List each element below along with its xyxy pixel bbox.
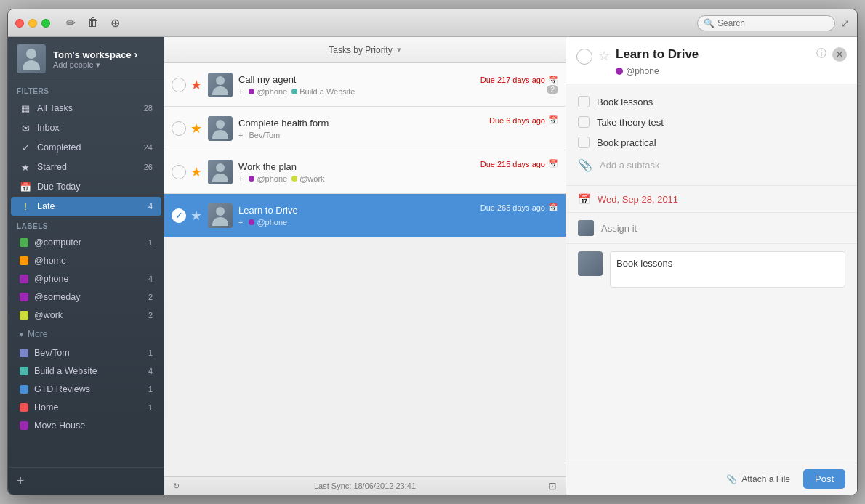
sidebar-item-phone[interactable]: @phone 4	[11, 270, 161, 288]
detail-title: Learn to Drive	[616, 47, 813, 62]
task-title: Work the plan	[238, 161, 480, 172]
sidebar-item-completed[interactable]: ✓ Completed 24	[11, 138, 161, 157]
subtask-label: Take theory test	[597, 117, 664, 128]
assign-avatar[interactable]	[578, 220, 594, 236]
sidebar-projects: Bev/Tom 1 Build a Website 4 GTD Reviews …	[8, 344, 164, 435]
sidebar-item-count: 1	[141, 238, 153, 247]
new-task-icon[interactable]: ✏	[66, 16, 76, 30]
task-checkbox[interactable]	[172, 208, 186, 223]
task-star[interactable]: ★	[190, 164, 202, 180]
sync-status: Last Sync: 18/06/2012 23:41	[314, 481, 416, 490]
maximize-button[interactable]	[41, 19, 50, 28]
minimize-button[interactable]	[28, 19, 37, 28]
chevron-down-icon: ▾	[20, 330, 23, 338]
task-checkbox[interactable]	[172, 121, 186, 136]
home-project-dot	[20, 403, 28, 412]
add-button[interactable]: +	[17, 473, 25, 488]
build-website-dot	[20, 367, 28, 375]
task-content: Learn to Drive + @phone	[238, 205, 480, 227]
workspace-name[interactable]: Tom's workspace	[53, 49, 156, 60]
task-title: Call my agent	[238, 74, 480, 85]
refresh-icon[interactable]: ↻	[173, 481, 180, 491]
comment-area: Book lessons	[566, 244, 857, 295]
sidebar-item-all-tasks[interactable]: ▦ All Tasks 28	[11, 99, 161, 118]
sidebar-item-due-today[interactable]: 📅 Due Today	[11, 177, 161, 196]
info-icon[interactable]: ⓘ	[816, 47, 826, 60]
calendar-icon[interactable]: 📅	[578, 193, 590, 205]
task-badge: 2	[547, 85, 558, 94]
sidebar-item-home-project[interactable]: Home 1	[11, 399, 161, 416]
expand-icon[interactable]: ⤢	[841, 17, 850, 29]
task-checkbox[interactable]	[172, 78, 186, 92]
comment-input[interactable]: Book lessons	[610, 251, 845, 288]
subtask-checkbox[interactable]	[578, 116, 590, 128]
task-row[interactable]: ★ Learn to Drive + @phone	[164, 194, 566, 237]
detail-tag-dot	[616, 68, 623, 75]
detail-star[interactable]: ☆	[598, 48, 610, 64]
task-content: Call my agent + @phone Build a Website	[238, 74, 480, 96]
task-star[interactable]: ★	[190, 208, 202, 224]
tag-dot	[249, 176, 254, 182]
sidebar-item-count: 26	[141, 163, 153, 171]
delete-icon[interactable]: 🗑	[87, 16, 99, 30]
task-title: Complete health form	[238, 118, 489, 129]
task-meta: + Bev/Tom	[238, 131, 489, 139]
sidebar-item-someday[interactable]: @someday 2	[11, 288, 161, 306]
middle-header: Tasks by Priority ▾	[164, 37, 566, 63]
sidebar-item-count: 24	[141, 143, 153, 152]
sidebar-item-label: Inbox	[37, 123, 141, 133]
task-content: Work the plan + @phone @work	[238, 161, 480, 183]
middle-header-title: Tasks by Priority	[329, 45, 392, 55]
tag-dot	[291, 89, 297, 94]
task-row[interactable]: ★ Work the plan + @phone	[164, 150, 566, 194]
subtask-checkbox[interactable]	[578, 96, 590, 107]
task-due: Due 217 days ago 📅	[480, 76, 558, 85]
layout-toggle-icon[interactable]: ⊡	[548, 480, 557, 492]
sidebar-item-move-house[interactable]: Move House	[11, 417, 161, 434]
sidebar-item-count: 1	[141, 349, 153, 357]
sidebar-item-work[interactable]: @work 2	[11, 306, 161, 324]
task-star[interactable]: ★	[190, 77, 202, 93]
more-toggle[interactable]: ▾ More	[11, 325, 161, 343]
sidebar-item-build-website[interactable]: Build a Website 4	[11, 362, 161, 380]
task-checkbox[interactable]	[172, 165, 186, 179]
add-subtask[interactable]: 📎 Add a subtask	[578, 153, 845, 178]
bev-tom-dot	[20, 349, 28, 357]
detail-footer: 📎 Attach a File Post	[566, 463, 857, 495]
commenter-avatar	[578, 251, 603, 276]
filters-label: FILTERS	[8, 81, 164, 98]
post-button[interactable]: Post	[803, 469, 845, 489]
sidebar-labels: @computer 1 @home @phone 4 @someday 2	[8, 233, 164, 325]
paperclip-icon: 📎	[578, 158, 592, 172]
task-star[interactable]: ★	[190, 121, 202, 137]
sidebar-item-count: 4	[141, 202, 153, 211]
globe-icon[interactable]: ⊕	[110, 16, 120, 30]
search-input[interactable]	[717, 18, 829, 28]
sidebar-item-late[interactable]: ! Late 4	[11, 197, 161, 216]
assign-label[interactable]: Assign it	[601, 223, 637, 234]
sidebar-item-bev-tom[interactable]: Bev/Tom 1	[11, 344, 161, 362]
sidebar-item-computer[interactable]: @computer 1	[11, 234, 161, 251]
sidebar-item-label: Home	[34, 402, 141, 412]
close-button[interactable]	[15, 19, 24, 28]
tag: @work	[291, 174, 324, 183]
subtask-checkbox[interactable]	[578, 137, 590, 148]
sidebar-item-home[interactable]: @home	[11, 252, 161, 269]
attach-file-button[interactable]: 📎 Attach a File	[720, 471, 796, 488]
sidebar-item-starred[interactable]: ★ Starred 26	[11, 158, 161, 176]
detail-body: Book lessons Take theory test Book pract…	[566, 84, 857, 463]
add-people[interactable]: Add people ▾	[53, 60, 156, 70]
sidebar-item-inbox[interactable]: ✉ Inbox	[11, 118, 161, 137]
task-row[interactable]: ★ Complete health form + Bev/Tom Due 6 d…	[164, 107, 566, 150]
sidebar-item-count: 28	[141, 104, 153, 113]
close-button[interactable]: ✕	[832, 47, 847, 62]
search-box[interactable]: 🔍	[697, 15, 835, 31]
sidebar-item-gtd-reviews[interactable]: GTD Reviews 1	[11, 381, 161, 398]
labels-label: LABELS	[8, 216, 164, 233]
detail-checkbox[interactable]	[576, 49, 592, 65]
sidebar-item-label: @work	[34, 310, 141, 320]
sidebar-item-label: Completed	[37, 142, 141, 153]
task-row[interactable]: ★ Call my agent + @phone	[164, 63, 566, 107]
header-dropdown-icon[interactable]: ▾	[397, 45, 401, 54]
sidebar-item-count: 2	[141, 311, 153, 320]
